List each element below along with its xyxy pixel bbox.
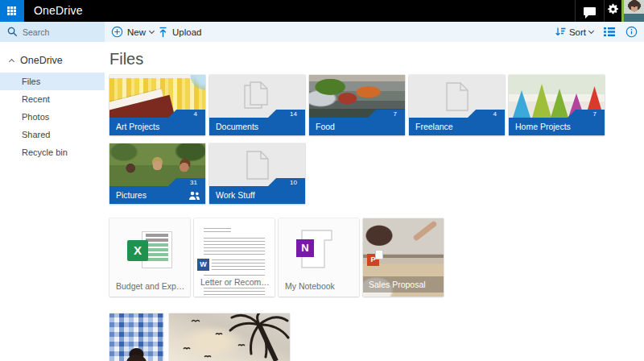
feedback-button[interactable] xyxy=(575,0,604,22)
photo-decoration xyxy=(412,220,437,241)
folder-title-bar: 31 Pictures xyxy=(109,186,205,204)
sidebar-item-recent[interactable]: Recent xyxy=(0,90,105,108)
chevron-down-icon xyxy=(588,27,594,33)
folder-name: Art Projects xyxy=(109,118,205,136)
new-button-label: New xyxy=(127,27,146,37)
folder-title-bar: 14 Documents xyxy=(209,118,305,135)
folder-tile-home-projects[interactable]: 7 Home Projects xyxy=(509,75,605,135)
sidebar-item-recycle-bin[interactable]: Recycle bin xyxy=(0,143,105,161)
folder-name: Freelance xyxy=(409,118,505,136)
file-name: Sales Proposal xyxy=(363,276,444,293)
file-name: My Notebook xyxy=(285,281,355,291)
upload-button-label: Upload xyxy=(172,27,201,37)
sort-button-label: Sort xyxy=(569,27,586,37)
upload-icon xyxy=(158,27,168,38)
info-pane-button[interactable] xyxy=(625,26,638,38)
view-toggle-button[interactable] xyxy=(604,27,615,37)
shared-people-icon xyxy=(188,191,200,201)
folder-title-bar: 10 Work Stuff xyxy=(209,186,305,204)
app-launcher-button[interactable] xyxy=(0,0,24,22)
gear-icon xyxy=(607,3,619,19)
new-plus-icon xyxy=(111,26,123,38)
palm-tree-and-birds-decoration xyxy=(169,313,290,361)
cone-decoration xyxy=(551,89,568,118)
upload-button[interactable]: Upload xyxy=(153,22,206,42)
file-name: Budget and Expenses xyxy=(116,281,186,291)
file-tile-my-notebook[interactable]: N My Notebook xyxy=(279,218,359,297)
file-tile-sales-proposal[interactable]: P Sales Proposal xyxy=(363,218,444,297)
top-header-bar: OneDrive xyxy=(0,0,644,22)
search-icon xyxy=(7,27,18,37)
sidebar-item-shared[interactable]: Shared xyxy=(0,126,105,143)
chevron-up-icon xyxy=(9,59,14,64)
command-toolbar: New Upload Sort xyxy=(0,22,644,42)
folder-tile-freelance[interactable]: 4 Freelance xyxy=(409,75,505,135)
folder-name: Home Projects xyxy=(509,118,605,136)
nav-list: Files Recent Photos Shared Recycle bin xyxy=(0,73,105,161)
sidebar-item-photos[interactable]: Photos xyxy=(0,108,105,126)
cone-decoration xyxy=(532,84,551,118)
nav-root-onedrive[interactable]: OneDrive xyxy=(0,42,105,73)
folder-tile-food[interactable]: 7 Food xyxy=(309,75,405,135)
search-input[interactable] xyxy=(23,22,101,42)
file-tile-budget-and-expenses[interactable]: X Budget and Expenses xyxy=(109,218,190,297)
new-button[interactable]: New xyxy=(106,22,159,42)
list-view-icon xyxy=(604,27,615,37)
document-icon xyxy=(246,151,269,180)
folder-title-bar: 4 Freelance xyxy=(409,118,505,135)
word-icon: W xyxy=(197,259,209,271)
document-icon xyxy=(446,82,469,111)
onenote-icon: N xyxy=(296,239,314,257)
folder-title-bar: 7 Food xyxy=(309,118,405,135)
chat-bubble-icon xyxy=(584,7,596,15)
left-navigation: OneDrive Files Recent Photos Shared Recy… xyxy=(0,42,105,361)
folder-tile-documents[interactable]: 14 Documents xyxy=(209,75,305,135)
toolbar-right-controls: Sort xyxy=(555,22,638,42)
page-title: Files xyxy=(109,50,143,68)
user-avatar[interactable] xyxy=(621,0,644,22)
search-box xyxy=(0,22,105,42)
folder-tile-pictures[interactable]: 31 Pictures xyxy=(109,143,205,204)
folder-name: Food xyxy=(309,118,405,136)
folder-tile-work-stuff[interactable]: 10 Work Stuff xyxy=(209,143,305,204)
folder-name: Work Stuff xyxy=(209,186,305,205)
folder-tile-art-projects[interactable]: 4 Art Projects xyxy=(109,75,205,135)
photo-tile-palm[interactable] xyxy=(169,313,290,361)
powerpoint-icon: P xyxy=(367,254,379,266)
sort-descending-icon xyxy=(555,27,566,37)
folder-name: Documents xyxy=(209,118,305,136)
info-icon xyxy=(625,26,638,38)
settings-button[interactable] xyxy=(604,0,621,22)
excel-icon: X xyxy=(127,231,174,270)
file-tile-letter[interactable]: W Letter or Recommen... xyxy=(194,218,275,297)
folder-title-bar: 7 Home Projects xyxy=(509,118,605,135)
nav-root-label: OneDrive xyxy=(20,55,63,66)
documents-icon xyxy=(244,81,271,112)
file-name: Letter or Recommen... xyxy=(200,277,270,287)
photo-tile-mosaic[interactable] xyxy=(109,313,163,361)
sort-button[interactable]: Sort xyxy=(555,27,593,37)
waffle-icon xyxy=(7,6,10,9)
folder-title-bar: 4 Art Projects xyxy=(109,118,205,135)
excel-letter: X xyxy=(127,240,148,261)
sidebar-item-files[interactable]: Files xyxy=(0,73,105,90)
onedrive-app: OneDrive New Upload Sort xyxy=(0,0,644,361)
app-title: OneDrive xyxy=(34,0,83,22)
cone-decoration xyxy=(513,90,530,118)
